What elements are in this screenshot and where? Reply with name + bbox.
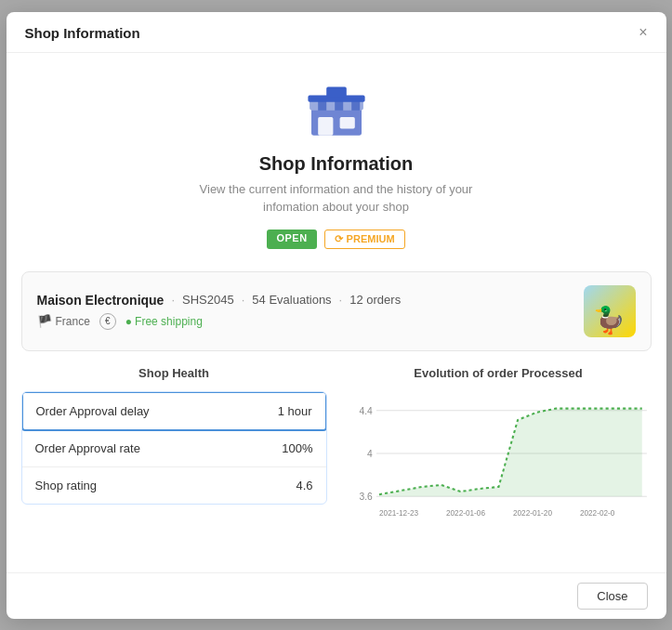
health-row-2: Shop rating 4.6 bbox=[22, 467, 326, 504]
health-label-0: Order Approval delay bbox=[36, 404, 150, 418]
health-card: Order Approval delay 1 hour Order Approv… bbox=[21, 391, 327, 505]
shop-id: SHS2045 bbox=[182, 293, 234, 307]
shop-name-row: Maison Electronique · SHS2045 · 54 Evalu… bbox=[37, 293, 402, 308]
modal-overlay: Shop Information × bbox=[0, 0, 672, 630]
shop-info-left: Maison Electronique · SHS2045 · 54 Evalu… bbox=[37, 293, 402, 330]
shop-name: Maison Electronique bbox=[37, 293, 165, 308]
chart-svg: 4.4 4 3.6 2021-12-23 2022-01-06 2022-01-… bbox=[346, 391, 652, 554]
close-x-button[interactable]: × bbox=[639, 25, 647, 40]
badge-open: OPEN bbox=[267, 230, 316, 249]
svg-text:2022-01-06: 2022-01-06 bbox=[445, 508, 484, 517]
svg-rect-9 bbox=[326, 86, 347, 97]
modal-body: Shop Information View the current inform… bbox=[7, 53, 666, 572]
shop-orders: 12 orders bbox=[349, 293, 401, 307]
svg-text:3.6: 3.6 bbox=[359, 492, 373, 502]
svg-text:4: 4 bbox=[367, 449, 373, 459]
health-row-0: Order Approval delay 1 hour bbox=[21, 391, 327, 431]
badge-premium: ⟳ PREMIUM bbox=[324, 230, 405, 249]
modal-header-title: Shop Information bbox=[25, 25, 140, 41]
badges-row: OPEN ⟳ PREMIUM bbox=[267, 230, 404, 249]
health-value-0: 1 hour bbox=[278, 404, 312, 418]
country-tag: 🏴 France bbox=[37, 314, 90, 328]
health-value-1: 100% bbox=[282, 441, 312, 455]
shop-evaluations: 54 Evaluations bbox=[252, 293, 331, 307]
modal-header: Shop Information × bbox=[7, 12, 666, 53]
shop-thumbnail: 🦆 bbox=[584, 285, 636, 337]
shop-health-title: Shop Health bbox=[21, 366, 327, 380]
chart-title: Evolution of order Processed bbox=[346, 366, 652, 380]
shop-info-card: Maison Electronique · SHS2045 · 54 Evalu… bbox=[21, 271, 652, 351]
modal: Shop Information × bbox=[7, 12, 666, 619]
svg-text:2022-02-0: 2022-02-0 bbox=[579, 508, 614, 517]
svg-rect-2 bbox=[339, 117, 354, 129]
close-button[interactable]: Close bbox=[577, 583, 647, 610]
free-shipping-badge: ● Free shipping bbox=[125, 315, 203, 328]
svg-text:2022-01-20: 2022-01-20 bbox=[512, 508, 551, 517]
svg-rect-1 bbox=[318, 117, 333, 136]
flag-icon: 🏴 bbox=[37, 314, 52, 328]
health-value-2: 4.6 bbox=[296, 479, 312, 492]
health-label-2: Shop rating bbox=[35, 479, 98, 492]
svg-text:4.4: 4.4 bbox=[359, 405, 373, 415]
chart-panel: Evolution of order Processed 4.4 4 3.6 bbox=[346, 366, 652, 554]
currency-badge: € bbox=[99, 313, 116, 330]
hero-title: Shop Information bbox=[259, 153, 414, 175]
svg-text:2021-12-23: 2021-12-23 bbox=[378, 508, 417, 517]
health-label-1: Order Approval rate bbox=[35, 441, 140, 455]
shop-icon bbox=[303, 75, 370, 142]
health-row-1: Order Approval rate 100% bbox=[22, 430, 326, 467]
checkmark-icon: ● bbox=[125, 315, 132, 328]
stats-section: Shop Health Order Approval delay 1 hour … bbox=[7, 366, 666, 554]
modal-footer: Close bbox=[7, 572, 666, 619]
hero-desc: View the current information and the his… bbox=[188, 180, 485, 217]
premium-icon: ⟳ bbox=[335, 233, 343, 245]
shop-tags: 🏴 France € ● Free shipping bbox=[37, 313, 402, 330]
shop-health-panel: Shop Health Order Approval delay 1 hour … bbox=[21, 366, 327, 554]
duck-icon: 🦆 bbox=[593, 305, 626, 335]
hero-section: Shop Information View the current inform… bbox=[7, 53, 666, 264]
chart-area: 4.4 4 3.6 2021-12-23 2022-01-06 2022-01-… bbox=[346, 391, 652, 554]
